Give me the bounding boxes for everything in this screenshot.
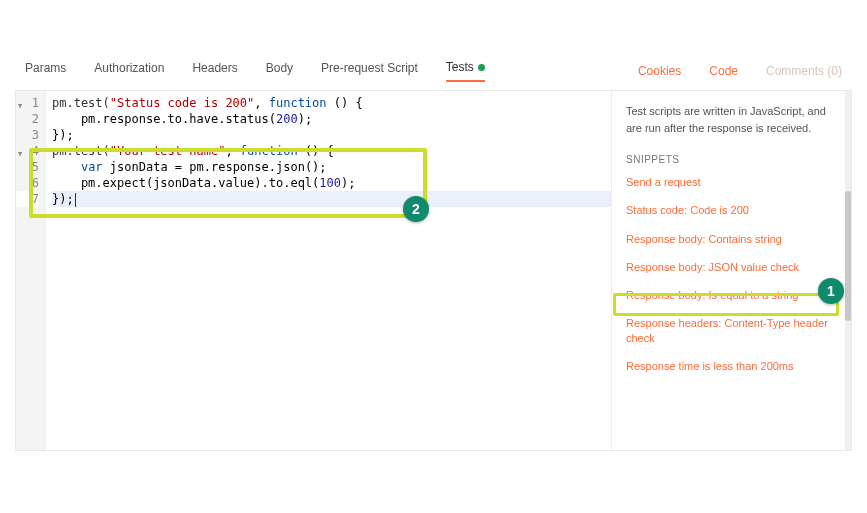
code-line: var jsonData = pm.response.json();	[52, 159, 611, 175]
tab-body[interactable]: Body	[266, 61, 293, 81]
code-line: pm.response.to.have.status(200);	[52, 111, 611, 127]
line-number: 2	[16, 111, 39, 127]
code-line: pm.test("Status code is 200", function (…	[52, 95, 611, 111]
line-number: 6	[16, 175, 39, 191]
tab-prerequest[interactable]: Pre-request Script	[321, 61, 418, 81]
code-line: pm.expect(jsonData.value).to.eql(100);	[52, 175, 611, 191]
annotation-badge-1: 1	[818, 278, 844, 304]
line-number: 3	[16, 127, 39, 143]
tests-body: 1 2 3 4 5 6 7 pm.test("Status code is 20…	[15, 91, 852, 451]
code-area[interactable]: pm.test("Status code is 200", function (…	[46, 91, 611, 450]
line-number: 7	[16, 191, 39, 207]
request-tabs: Params Authorization Headers Body Pre-re…	[15, 60, 852, 91]
snippets-panel: Test scripts are written in JavaScript, …	[611, 91, 851, 450]
cookies-link[interactable]: Cookies	[638, 64, 681, 78]
modified-indicator-icon	[478, 64, 485, 71]
tab-params[interactable]: Params	[25, 61, 66, 81]
code-line: });	[52, 127, 611, 143]
tab-tests[interactable]: Tests	[446, 60, 485, 82]
line-number: 5	[16, 159, 39, 175]
snippet-headers-content-type[interactable]: Response headers: Content-Type header ch…	[626, 316, 839, 345]
snippets-intro: Test scripts are written in JavaScript, …	[626, 103, 839, 136]
code-link[interactable]: Code	[709, 64, 738, 78]
snippet-status-code-200[interactable]: Status code: Code is 200	[626, 203, 839, 217]
snippet-json-value-check[interactable]: Response body: JSON value check	[626, 260, 839, 274]
code-editor[interactable]: 1 2 3 4 5 6 7 pm.test("Status code is 20…	[16, 91, 611, 450]
line-number: 1	[16, 95, 39, 111]
text-cursor	[75, 193, 76, 207]
snippet-response-time[interactable]: Response time is less than 200ms	[626, 359, 839, 373]
snippet-send-request[interactable]: Send a request	[626, 175, 839, 189]
annotation-badge-2: 2	[403, 196, 429, 222]
scrollbar-thumb[interactable]	[845, 191, 851, 321]
code-line: });	[52, 191, 611, 207]
line-number: 4	[16, 143, 39, 159]
snippet-body-equal-string[interactable]: Response body: Is equal to a string	[626, 288, 839, 302]
snippet-body-contains-string[interactable]: Response body: Contains string	[626, 232, 839, 246]
tab-authorization[interactable]: Authorization	[94, 61, 164, 81]
comments-link[interactable]: Comments (0)	[766, 64, 842, 78]
code-line: pm.test("Your test name", function () {	[52, 143, 611, 159]
tab-headers[interactable]: Headers	[192, 61, 237, 81]
line-gutter: 1 2 3 4 5 6 7	[16, 91, 46, 450]
snippets-heading: SNIPPETS	[626, 154, 839, 165]
